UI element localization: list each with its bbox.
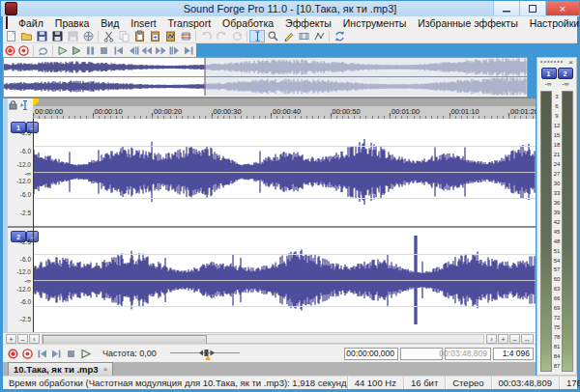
refresh-button[interactable] bbox=[332, 30, 347, 42]
edit-tool-icon[interactable] bbox=[19, 99, 31, 111]
meter-channel-2-button[interactable]: 2 bbox=[558, 68, 573, 79]
tab-close-icon[interactable]: × bbox=[103, 365, 108, 374]
time-ruler[interactable]: 00:00:0000:00:1000:00:2000:00:3000:00:40… bbox=[33, 98, 536, 119]
db-ruler-label: -2.5 bbox=[8, 238, 31, 245]
transport-record-remote-button[interactable] bbox=[17, 44, 32, 57]
redo-button[interactable] bbox=[214, 30, 229, 42]
db-ruler-label: -6.0 bbox=[8, 256, 31, 263]
open-file-button[interactable] bbox=[18, 30, 34, 42]
zoom-in-time-button[interactable]: + bbox=[6, 334, 16, 344]
frequency-slider[interactable] bbox=[170, 348, 240, 359]
menu-item-8[interactable]: Избранные эффекты bbox=[412, 17, 523, 29]
transport-previous-marker-button[interactable] bbox=[126, 44, 140, 57]
paste-special-button[interactable] bbox=[147, 30, 162, 42]
menu-item-2[interactable]: Вид bbox=[95, 17, 125, 29]
playbar: Частота: 0,00 00:00:00,00000:03:48,8091:… bbox=[3, 344, 536, 362]
transport-stop-button[interactable] bbox=[98, 44, 112, 57]
menu-item-3[interactable]: Insert bbox=[125, 17, 161, 29]
meters-drag-handle[interactable]: ••••••• × bbox=[537, 58, 576, 67]
trim-button[interactable] bbox=[178, 30, 193, 42]
save-button[interactable] bbox=[34, 30, 49, 42]
transport-go-to-end-button[interactable] bbox=[182, 44, 196, 57]
playbar-record-remote-button[interactable] bbox=[20, 348, 35, 360]
channel-divider[interactable] bbox=[8, 226, 536, 228]
zoom-in-button[interactable]: + bbox=[498, 334, 508, 344]
overview-bar[interactable] bbox=[3, 57, 528, 98]
meter-tick-label: 60 bbox=[552, 276, 562, 282]
transport-rewind-button[interactable] bbox=[139, 44, 154, 57]
scroll-right-button[interactable]: › bbox=[486, 334, 497, 344]
toolbar-separator bbox=[98, 31, 99, 42]
meter-tick-label: 72 bbox=[552, 315, 562, 321]
meter-tick-label: 87 bbox=[552, 363, 562, 369]
transport-play-all-button[interactable] bbox=[55, 44, 70, 57]
level-meter-right bbox=[562, 91, 573, 372]
undo-button[interactable] bbox=[198, 30, 214, 42]
playbar-record-button[interactable] bbox=[6, 348, 20, 360]
menu-item-7[interactable]: Инструменты bbox=[337, 17, 412, 29]
playbar-go-to-end-button[interactable] bbox=[49, 348, 64, 360]
close-button[interactable]: × bbox=[545, 1, 579, 15]
file-properties-button[interactable] bbox=[80, 30, 96, 42]
transport-play-button[interactable] bbox=[69, 44, 83, 57]
menu-item-5[interactable]: Обработка bbox=[217, 17, 279, 29]
overview-waveform-right-channel[interactable] bbox=[4, 77, 527, 96]
resize-splitter-button[interactable]: ↔ bbox=[521, 334, 534, 344]
scrollbar-track[interactable] bbox=[42, 334, 484, 344]
menu-item-6[interactable]: Эффекты bbox=[279, 17, 337, 29]
meters-close-icon[interactable]: × bbox=[568, 59, 573, 67]
transport-forward-button[interactable] bbox=[154, 44, 168, 57]
zoom-out-button[interactable]: – bbox=[509, 334, 520, 344]
document-tab[interactable]: 10.Така, як ти .mp3 × bbox=[8, 362, 113, 376]
lock-icon[interactable] bbox=[9, 100, 17, 110]
playbar-stop-button[interactable] bbox=[64, 348, 78, 360]
pencil-tool-button[interactable] bbox=[280, 30, 296, 42]
selection-end-field[interactable] bbox=[400, 348, 443, 360]
snap-resolution-field[interactable]: 1:4 096 bbox=[493, 348, 534, 360]
overview-waveform-left-channel[interactable] bbox=[4, 58, 527, 77]
paste-button[interactable] bbox=[131, 30, 147, 42]
ruler-time-label: 00:00:00 bbox=[35, 107, 63, 116]
cut-button[interactable] bbox=[101, 30, 116, 42]
edit-tool-button[interactable] bbox=[249, 30, 265, 42]
selection-start-field[interactable]: 00:00:00,000 bbox=[344, 348, 398, 360]
ruler-time-label: 00:01:10 bbox=[451, 107, 479, 116]
repeat-button[interactable] bbox=[229, 30, 245, 42]
transport-record-button[interactable] bbox=[3, 44, 17, 57]
transport-pause-button[interactable] bbox=[83, 44, 98, 57]
meter-tick-label: 48 bbox=[552, 238, 562, 244]
menu-item-1[interactable]: Правка bbox=[49, 17, 95, 29]
ruler-band[interactable]: 00:00:0000:00:1000:00:2000:00:3000:00:40… bbox=[33, 106, 536, 119]
frequency-label: Частота: 0,00 bbox=[102, 349, 157, 358]
meter-tick-label: 9 bbox=[552, 113, 562, 119]
transport-next-marker-button[interactable] bbox=[168, 44, 183, 57]
save-all-button[interactable] bbox=[65, 30, 80, 42]
magnify-tool-button[interactable] bbox=[265, 30, 280, 42]
zoom-out-time-button[interactable]: – bbox=[17, 334, 28, 344]
paste-mix-button[interactable] bbox=[162, 30, 178, 42]
copy-button[interactable] bbox=[116, 30, 131, 42]
document-tab-row: 10.Така, як ти .mp3 × bbox=[3, 362, 536, 376]
playbar-go-to-start-button[interactable] bbox=[35, 348, 49, 360]
meter-tick-label: 78 bbox=[552, 334, 562, 340]
new-file-button[interactable] bbox=[3, 30, 18, 42]
meter-tick-label: 6 bbox=[552, 103, 562, 109]
transport-go-to-start-button[interactable] bbox=[111, 44, 126, 57]
envelope-tool-button[interactable] bbox=[311, 30, 327, 42]
menu-item-0[interactable]: Файл bbox=[13, 17, 49, 29]
playbar-play-normal-button[interactable] bbox=[78, 348, 93, 360]
event-tool-button[interactable] bbox=[296, 30, 311, 42]
selection-length-field[interactable]: 00:03:48,809 bbox=[445, 348, 491, 360]
meter-tick-label: 75 bbox=[552, 324, 562, 330]
title-bar: Sound Forge Pro 11.0 - [10.Така, як ти .… bbox=[1, 1, 579, 16]
document-tab-label: 10.Така, як ти .mp3 bbox=[14, 364, 99, 375]
scroll-left-button[interactable]: ‹ bbox=[29, 334, 40, 344]
minimize-button[interactable] bbox=[493, 1, 519, 15]
meter-tick-label: 69 bbox=[552, 305, 562, 311]
save-as-button[interactable] bbox=[49, 30, 65, 42]
meter-channel-1-button[interactable]: 1 bbox=[541, 68, 557, 79]
transport-loop-playback-button[interactable] bbox=[36, 44, 50, 57]
menu-item-9[interactable]: Настройки bbox=[524, 17, 580, 29]
menu-item-4[interactable]: Transport bbox=[162, 17, 218, 29]
maximize-button[interactable] bbox=[519, 1, 545, 15]
